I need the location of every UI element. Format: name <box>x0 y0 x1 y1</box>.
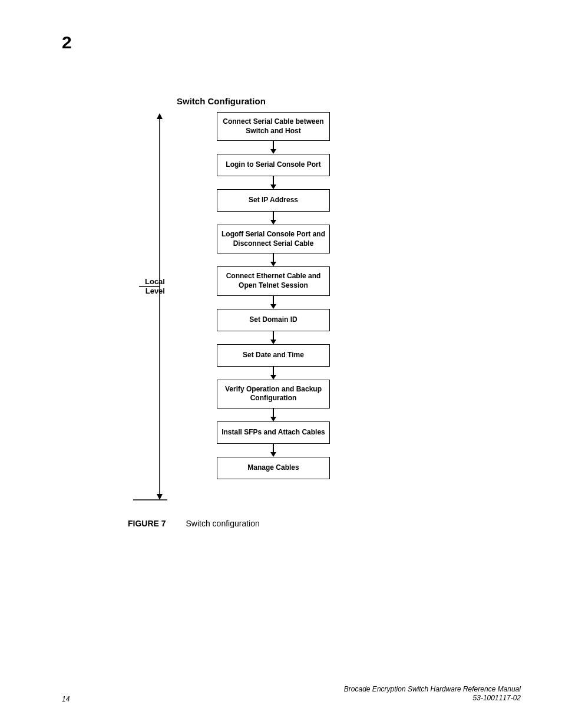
flow-step: Set Domain ID <box>217 309 330 331</box>
diagram-title: Switch Configuration <box>177 96 266 106</box>
flow-step: Set Date and Time <box>217 344 330 367</box>
flow-step: Connect Ethernet Cable and Open Telnet S… <box>217 266 330 295</box>
svg-marker-1 <box>157 113 163 119</box>
arrow-down-icon <box>217 141 330 154</box>
arrow-down-icon <box>217 253 330 266</box>
flow-step: Install SFPs and Attach Cables <box>217 421 330 444</box>
arrow-down-icon <box>217 331 330 344</box>
arrow-down-icon <box>217 212 330 225</box>
doc-number: 53-1001117-02 <box>344 694 521 703</box>
flow-step: Manage Cables <box>217 457 330 479</box>
flow-step: Verify Operation and Backup Configuratio… <box>217 380 330 409</box>
arrow-down-icon <box>217 409 330 421</box>
arrow-down-icon <box>217 367 330 380</box>
flow-step: Connect Serial Cable between Switch and … <box>217 112 330 141</box>
figure-caption-text: Switch configuration <box>186 519 259 528</box>
figure-caption: FIGURE 7 Switch configuration <box>128 519 260 528</box>
arrow-down-icon <box>217 176 330 189</box>
arrow-down-icon <box>217 444 330 457</box>
page-number: 14 <box>62 695 70 703</box>
flow-step: Set IP Address <box>217 189 330 212</box>
flow-step: Login to Serial Console Port <box>217 154 330 176</box>
arrow-down-icon <box>217 296 330 309</box>
flowchart: Connect Serial Cable between Switch and … <box>217 112 330 479</box>
svg-marker-2 <box>157 494 163 500</box>
page-footer: 14 Brocade Encryption Switch Hardware Re… <box>62 685 521 703</box>
figure-label: FIGURE 7 <box>128 519 166 528</box>
flow-step: Logoff Serial Console Port and Disconnec… <box>217 225 330 253</box>
bracket-icon <box>133 113 168 502</box>
chapter-number: 2 <box>62 32 72 52</box>
doc-title: Brocade Encryption Switch Hardware Refer… <box>344 685 521 694</box>
